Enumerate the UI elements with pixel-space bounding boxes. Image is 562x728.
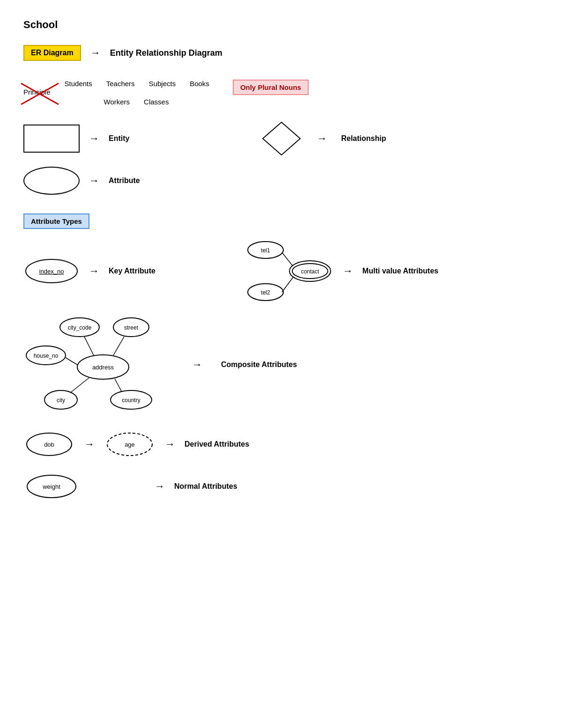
age-ellipse: age <box>104 430 155 458</box>
entity-workers: Workers <box>104 98 130 106</box>
svg-text:age: age <box>125 441 135 448</box>
dob-ellipse: dob <box>23 430 75 458</box>
only-plural-badge: Only Plural Nouns <box>233 80 309 95</box>
composite-label: Composite Attributes <box>221 360 297 369</box>
normal-label: Normal Attributes <box>174 482 237 491</box>
attribute-label: Attribute <box>109 176 140 185</box>
attribute-shape-group: → Attribute <box>23 167 539 195</box>
normal-arrow: → <box>155 480 165 493</box>
svg-text:tel1: tel1 <box>261 247 270 254</box>
key-attribute-text: index_no <box>39 268 64 275</box>
page: School ER Diagram → Entity Relationship … <box>0 0 562 728</box>
key-attribute-label: Key Attribute <box>109 267 155 275</box>
composite-row: address city_code street house_no city c… <box>23 313 539 416</box>
svg-text:country: country <box>122 397 140 404</box>
entity-students: Students <box>65 80 92 95</box>
entity-label: Entity <box>109 134 129 143</box>
svg-marker-2 <box>263 122 300 155</box>
attribute-arrow: → <box>89 175 99 187</box>
multi-value-arrow: → <box>343 265 353 277</box>
er-diagram-title: Entity Relationship Diagram <box>110 48 222 58</box>
svg-text:city: city <box>57 397 65 404</box>
er-diagram-row: ER Diagram → Entity Relationship Diagram <box>23 45 539 61</box>
entity-teachers: Teachers <box>106 80 135 95</box>
key-multi-row: index_no → Key Attribute tel1 tel2 conta… <box>23 238 539 304</box>
svg-line-20 <box>113 337 124 355</box>
derived-label: Derived Attributes <box>185 440 249 449</box>
derived-arrow2: → <box>165 438 175 450</box>
normal-row: weight → Normal Attributes <box>23 472 539 500</box>
entity-classes: Classes <box>144 98 169 106</box>
multi-value-svg: tel1 tel2 contact <box>240 238 333 304</box>
entity-subjects: Subjects <box>149 80 176 95</box>
svg-line-23 <box>66 358 77 365</box>
svg-text:address: address <box>92 364 114 371</box>
svg-line-29 <box>115 379 122 392</box>
svg-text:contact: contact <box>301 268 319 275</box>
attribute-types-badge: Attribute Types <box>23 213 89 229</box>
cross-mark <box>19 81 61 107</box>
weight-ellipse: weight <box>23 472 80 500</box>
composite-svg: address city_code street house_no city c… <box>23 313 173 416</box>
multi-value-label: Multi value Attributes <box>362 267 438 275</box>
entity-books: Books <box>190 80 209 95</box>
er-diagram-badge: ER Diagram <box>23 45 81 61</box>
svg-text:tel2: tel2 <box>261 289 270 296</box>
key-attribute-ellipse: index_no <box>23 257 80 285</box>
derived-row: dob → age → Derived Attributes <box>23 430 539 458</box>
school-title: School <box>23 19 539 31</box>
relationship-arrow: → <box>317 132 327 145</box>
composite-arrow: → <box>192 359 202 371</box>
svg-line-26 <box>70 378 89 393</box>
svg-text:weight: weight <box>42 483 60 490</box>
arrow-icon: → <box>90 47 101 59</box>
entity-rectangle <box>23 125 80 153</box>
derived-arrow1: → <box>84 438 95 450</box>
attribute-ellipse <box>23 167 80 195</box>
relationship-label: Relationship <box>341 134 386 143</box>
svg-text:city_code: city_code <box>68 324 92 331</box>
entity-shape-group: → Entity <box>23 125 129 153</box>
key-attribute-arrow: → <box>89 265 99 277</box>
relationship-shape-group: → Relationship <box>260 120 386 157</box>
svg-text:house_no: house_no <box>34 353 59 359</box>
svg-text:dob: dob <box>44 441 54 448</box>
svg-line-17 <box>84 337 94 355</box>
svg-text:street: street <box>124 324 139 331</box>
diamond-shape <box>260 120 303 157</box>
entity-arrow: → <box>89 132 99 145</box>
